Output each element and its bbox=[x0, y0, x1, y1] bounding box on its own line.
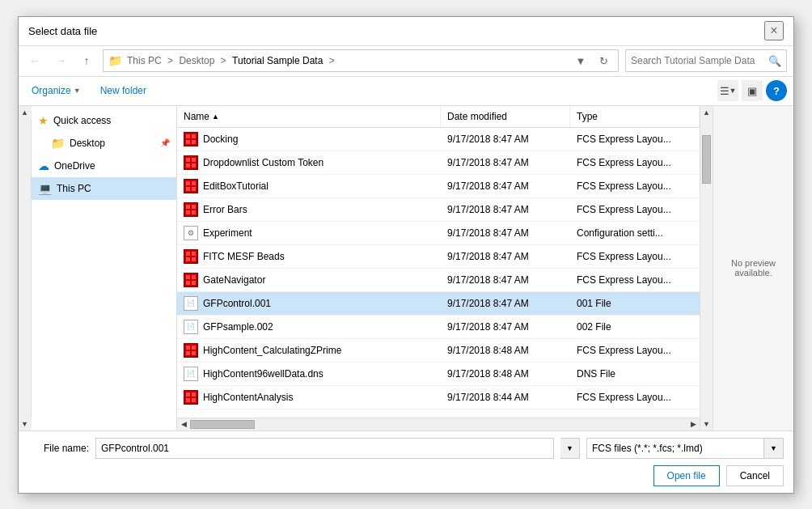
thispc-icon: 💻 bbox=[38, 182, 52, 195]
hscroll-thumb[interactable] bbox=[190, 420, 255, 429]
search-box[interactable]: 🔍 bbox=[625, 49, 787, 72]
path-thispc[interactable]: This PC bbox=[127, 55, 162, 66]
file-name: Error Bars bbox=[203, 204, 247, 215]
hscroll-left[interactable]: ◀ bbox=[177, 418, 190, 431]
table-row[interactable]: 📄 GFPcontrol.001 9/17/2018 8:47 AM 001 F… bbox=[177, 292, 700, 316]
vscroll-down[interactable]: ▼ bbox=[700, 418, 713, 431]
filetype-select[interactable]: FCS files (*.*; *.fcs; *.lmd) bbox=[586, 438, 764, 459]
file-cell-date: 9/17/2018 8:47 AM bbox=[441, 175, 570, 197]
file-cell-type: FCS Express Layou... bbox=[570, 128, 700, 151]
file-rows: Docking 9/17/2018 8:47 AM FCS Express La… bbox=[177, 128, 700, 409]
file-cell-type: FCS Express Layou... bbox=[570, 339, 700, 362]
file-cell-type: 001 File bbox=[570, 292, 700, 315]
table-row[interactable]: Error Bars 9/17/2018 8:47 AM FCS Express… bbox=[177, 198, 700, 222]
open-file-button[interactable]: Open file bbox=[653, 465, 720, 486]
back-button[interactable]: ← bbox=[25, 51, 44, 70]
vscroll-track[interactable] bbox=[700, 119, 713, 418]
pane-icon: ▣ bbox=[747, 85, 757, 97]
preview-pane-button[interactable]: ▣ bbox=[742, 80, 763, 101]
file-name: GateNavigator bbox=[203, 274, 265, 286]
file-cell-date: 9/17/2018 8:47 AM bbox=[441, 269, 570, 291]
close-button[interactable]: × bbox=[764, 21, 784, 40]
hscroll-right[interactable]: ▶ bbox=[687, 418, 700, 431]
column-name[interactable]: Name ▲ bbox=[177, 106, 441, 127]
new-folder-button[interactable]: New folder bbox=[94, 83, 153, 98]
quick-access-icon: ★ bbox=[38, 114, 49, 127]
fcs-icon bbox=[184, 390, 198, 405]
svg-rect-18 bbox=[186, 210, 190, 214]
svg-rect-19 bbox=[192, 210, 196, 214]
refresh-button[interactable]: ↻ bbox=[594, 51, 613, 70]
search-input[interactable] bbox=[631, 55, 765, 66]
view-buttons: ☰ ▼ ▣ ? bbox=[717, 80, 787, 101]
up-button[interactable]: ↑ bbox=[77, 51, 96, 70]
table-row[interactable]: ⚙ Experiment 9/17/2018 8:47 AM Configura… bbox=[177, 222, 700, 245]
hscroll-track[interactable] bbox=[190, 418, 687, 431]
file-name: HighContentAnalysis bbox=[203, 392, 293, 403]
title-bar: Select data file × bbox=[19, 17, 793, 46]
forward-button[interactable]: → bbox=[51, 51, 70, 70]
file-cell-name: Error Bars bbox=[177, 198, 441, 221]
file-cell-name: ⚙ Experiment bbox=[177, 222, 441, 244]
file-cell-name: Docking bbox=[177, 128, 441, 151]
dropdown-arrow[interactable]: ▼ bbox=[571, 51, 590, 70]
table-row[interactable]: EditBoxTutorial 9/17/2018 8:47 AM FCS Ex… bbox=[177, 175, 700, 198]
file-cell-date: 9/17/2018 8:47 AM bbox=[441, 198, 570, 221]
svg-rect-21 bbox=[186, 252, 190, 256]
folder-icon: 📁 bbox=[108, 54, 122, 67]
table-row[interactable]: GateNavigator 9/17/2018 8:47 AM FCS Expr… bbox=[177, 269, 700, 292]
sidebar-item-quick-access[interactable]: ★ Quick access bbox=[32, 109, 176, 132]
sidebar-scroll-up[interactable]: ▲ bbox=[19, 106, 32, 119]
svg-rect-23 bbox=[186, 257, 190, 261]
help-button[interactable]: ? bbox=[766, 80, 787, 101]
table-row[interactable]: Docking 9/17/2018 8:47 AM FCS Express La… bbox=[177, 128, 700, 151]
table-row[interactable]: 📄 HighContent96wellData.dns 9/17/2018 8:… bbox=[177, 363, 700, 386]
file-cell-type: DNS File bbox=[570, 363, 700, 385]
organize-button[interactable]: Organize ▼ bbox=[25, 83, 87, 98]
cancel-button[interactable]: Cancel bbox=[726, 465, 784, 486]
file-name: HighContent96wellData.dns bbox=[203, 368, 324, 380]
file-cell-date: 9/17/2018 8:48 AM bbox=[441, 363, 570, 385]
table-row[interactable]: Dropdownlist Custom Token 9/17/2018 8:47… bbox=[177, 151, 700, 175]
fcs-icon bbox=[184, 273, 198, 287]
filename-label: File name: bbox=[28, 443, 89, 454]
filename-dropdown[interactable]: ▼ bbox=[560, 438, 580, 459]
file-icon: 📄 bbox=[184, 320, 198, 334]
onedrive-icon: ☁ bbox=[38, 159, 49, 172]
table-row[interactable]: FITC MESF Beads 9/17/2018 8:47 AM FCS Ex… bbox=[177, 245, 700, 269]
file-cell-type: FCS Express Layou... bbox=[570, 245, 700, 268]
file-cell-date: 9/17/2018 8:44 AM bbox=[441, 386, 570, 409]
nav-bar: ← → ↑ 📁 This PC > Desktop > Tutorial Sam… bbox=[19, 46, 793, 77]
address-path: This PC > Desktop > Tutorial Sample Data… bbox=[125, 55, 568, 66]
address-bar[interactable]: 📁 This PC > Desktop > Tutorial Sample Da… bbox=[103, 49, 619, 72]
preview-panel: No preview available. bbox=[713, 106, 793, 431]
filename-input[interactable] bbox=[95, 438, 554, 459]
path-current[interactable]: Tutorial Sample Data bbox=[232, 55, 323, 66]
fcs-icon bbox=[184, 179, 198, 193]
table-row[interactable]: 📄 GFPsample.002 9/17/2018 8:47 AM 002 Fi… bbox=[177, 316, 700, 339]
filetype-dropdown[interactable]: ▼ bbox=[764, 438, 784, 459]
fcs-icon bbox=[184, 343, 198, 358]
svg-rect-8 bbox=[186, 163, 190, 168]
table-row[interactable]: HighContentAnalysis 9/17/2018 8:44 AM FC… bbox=[177, 386, 700, 409]
sort-arrow-name: ▲ bbox=[212, 112, 219, 121]
path-desktop[interactable]: Desktop bbox=[179, 55, 214, 66]
sidebar-scroll-down[interactable]: ▼ bbox=[19, 418, 32, 431]
sidebar-item-thispc[interactable]: 💻 This PC bbox=[32, 177, 176, 200]
column-type[interactable]: Type bbox=[570, 106, 700, 127]
vscroll-thumb[interactable] bbox=[702, 135, 711, 184]
file-icon: 📄 bbox=[184, 367, 198, 381]
action-bar: Organize ▼ New folder ☰ ▼ ▣ ? bbox=[19, 77, 793, 106]
fcs-icon bbox=[184, 202, 198, 217]
list-view-button[interactable]: ☰ ▼ bbox=[717, 80, 738, 101]
vscroll-up[interactable]: ▲ bbox=[700, 106, 713, 119]
svg-rect-36 bbox=[186, 392, 190, 397]
fcs-icon bbox=[184, 155, 198, 170]
sidebar-item-desktop[interactable]: 📁 Desktop 📌 bbox=[32, 132, 176, 155]
file-cell-name: FITC MESF Beads bbox=[177, 245, 441, 268]
column-date[interactable]: Date modified bbox=[441, 106, 570, 127]
footer: File name: ▼ FCS files (*.*; *.fcs; *.lm… bbox=[19, 431, 793, 493]
table-row[interactable]: HighContent_CalculatingZPrime 9/17/2018 … bbox=[177, 339, 700, 363]
vertical-scrollbar: ▲ ▼ bbox=[700, 106, 713, 431]
sidebar-item-onedrive[interactable]: ☁ OneDrive bbox=[32, 155, 176, 177]
